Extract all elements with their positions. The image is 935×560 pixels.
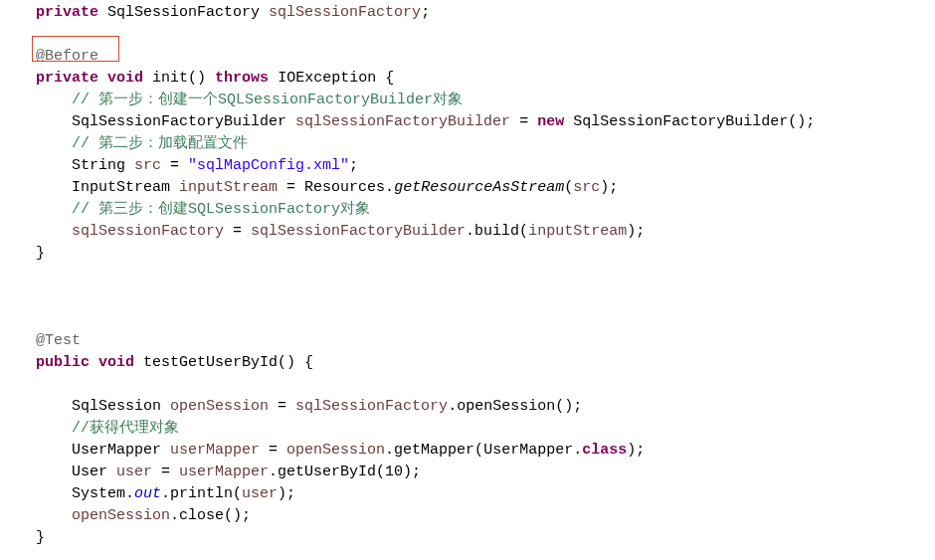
code-line: }	[0, 529, 45, 546]
code-line: // 第二步：加载配置文件	[0, 135, 248, 152]
code-line: // 第三步：创建SQLSessionFactory对象	[0, 201, 370, 218]
code-line: User user = userMapper.getUserById(10);	[0, 464, 421, 480]
code-line: String src = "sqlMapConfig.xml";	[0, 157, 358, 174]
code-line: }	[0, 245, 45, 262]
code-line: private void init() throws IOException {	[0, 70, 394, 87]
code-line: @Test	[0, 332, 81, 349]
code-line: InputStream inputStream = Resources.getR…	[0, 179, 618, 196]
code-line: // 第一步：创建一个SQLSessionFactoryBuilder对象	[0, 92, 463, 108]
code-line: private SqlSessionFactory sqlSessionFact…	[0, 4, 430, 21]
code-line: System.out.println(user);	[0, 485, 295, 502]
code-line: SqlSessionFactoryBuilder sqlSessionFacto…	[0, 113, 815, 130]
code-editor: private SqlSessionFactory sqlSessionFact…	[0, 0, 935, 549]
code-line: //获得代理对象	[0, 420, 179, 437]
code-line: UserMapper userMapper = openSession.getM…	[0, 442, 645, 459]
code-line: openSession.close();	[0, 507, 251, 524]
code-content: private SqlSessionFactory sqlSessionFact…	[0, 0, 935, 549]
code-line: SqlSession openSession = sqlSessionFacto…	[0, 398, 582, 415]
code-line: sqlSessionFactory = sqlSessionFactoryBui…	[0, 223, 645, 240]
code-line: public void testGetUserById() {	[0, 354, 313, 371]
code-line: @Before	[0, 48, 98, 65]
